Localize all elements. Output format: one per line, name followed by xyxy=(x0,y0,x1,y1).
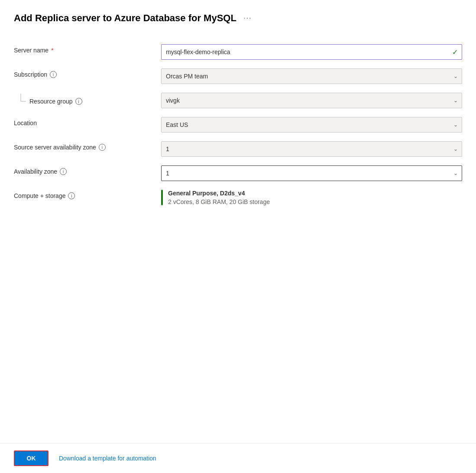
compute-storage-control: General Purpose, D2ds_v4 2 vCores, 8 GiB… xyxy=(161,190,462,205)
compute-tier-title: General Purpose, D2ds_v4 xyxy=(168,190,270,197)
resource-group-dropdown-wrapper: vivgk ⌄ xyxy=(161,93,462,108)
source-zone-info-icon[interactable]: i xyxy=(99,144,106,151)
server-name-control: ✓ xyxy=(161,44,462,60)
main-content: Add Replica server to Azure Database for… xyxy=(0,0,476,443)
resource-group-label-area: Resource group i xyxy=(14,93,161,106)
resource-group-row: Resource group i vivgk ⌄ xyxy=(14,88,462,113)
compute-storage-row: Compute + storage i General Purpose, D2d… xyxy=(14,185,462,210)
availability-zone-dropdown-wrapper: 1 ⌄ xyxy=(161,165,462,181)
branch-icon xyxy=(20,94,26,106)
required-star: * xyxy=(51,47,53,54)
subscription-info-icon[interactable]: i xyxy=(50,71,57,78)
compute-info-bar xyxy=(161,190,163,205)
server-name-input-wrapper: ✓ xyxy=(161,44,462,60)
resource-group-info-icon[interactable]: i xyxy=(75,98,82,105)
footer-bar: OK Download a template for automation xyxy=(0,443,476,473)
resource-group-label: Resource group i xyxy=(29,95,82,105)
subscription-dropdown[interactable]: Orcas PM team xyxy=(161,68,462,84)
source-availability-zone-control: 1 ⌄ xyxy=(161,141,462,157)
location-control: East US ⌄ xyxy=(161,117,462,133)
availability-zone-dropdown[interactable]: 1 xyxy=(161,165,462,181)
availability-zone-info-icon[interactable]: i xyxy=(60,168,67,175)
location-label: Location xyxy=(14,117,161,126)
location-dropdown[interactable]: East US xyxy=(161,117,462,133)
server-name-row: Server name * ✓ xyxy=(14,40,462,64)
template-link[interactable]: Download a template for automation xyxy=(59,455,156,462)
subscription-label: Subscription i xyxy=(14,68,161,78)
availability-zone-label: Availability zone i xyxy=(14,165,161,175)
server-name-input[interactable] xyxy=(161,44,462,60)
compute-info-block: General Purpose, D2ds_v4 2 vCores, 8 GiB… xyxy=(161,190,462,205)
checkmark-icon: ✓ xyxy=(452,48,458,56)
location-dropdown-wrapper: East US ⌄ xyxy=(161,117,462,133)
source-availability-zone-label: Source server availability zone i xyxy=(14,141,161,151)
form-container: Server name * ✓ Subscription i xyxy=(14,40,462,210)
location-row: Location East US ⌄ xyxy=(14,113,462,137)
page-title: Add Replica server to Azure Database for… xyxy=(14,13,236,24)
ellipsis-button[interactable]: ··· xyxy=(242,12,254,24)
server-name-label: Server name * xyxy=(14,44,161,54)
compute-storage-label: Compute + storage i xyxy=(14,190,161,199)
compute-tier-details: 2 vCores, 8 GiB RAM, 20 GiB storage xyxy=(168,198,270,205)
resource-group-dropdown[interactable]: vivgk xyxy=(161,93,462,108)
resource-group-control: vivgk ⌄ xyxy=(161,93,462,108)
compute-storage-info-icon[interactable]: i xyxy=(68,192,75,199)
subscription-dropdown-wrapper: Orcas PM team ⌄ xyxy=(161,68,462,84)
ok-button[interactable]: OK xyxy=(14,450,49,466)
page-title-row: Add Replica server to Azure Database for… xyxy=(14,12,462,24)
source-zone-dropdown-wrapper: 1 ⌄ xyxy=(161,141,462,157)
availability-zone-control: 1 ⌄ xyxy=(161,165,462,181)
subscription-row: Subscription i Orcas PM team ⌄ xyxy=(14,64,462,88)
page-container: Add Replica server to Azure Database for… xyxy=(0,0,476,473)
source-zone-dropdown[interactable]: 1 xyxy=(161,141,462,157)
availability-zone-row: Availability zone i 1 ⌄ xyxy=(14,161,462,185)
subscription-control: Orcas PM team ⌄ xyxy=(161,68,462,84)
branch-line: Resource group i xyxy=(14,95,82,106)
compute-text-block: General Purpose, D2ds_v4 2 vCores, 8 GiB… xyxy=(165,190,270,205)
source-availability-zone-row: Source server availability zone i 1 ⌄ xyxy=(14,137,462,161)
